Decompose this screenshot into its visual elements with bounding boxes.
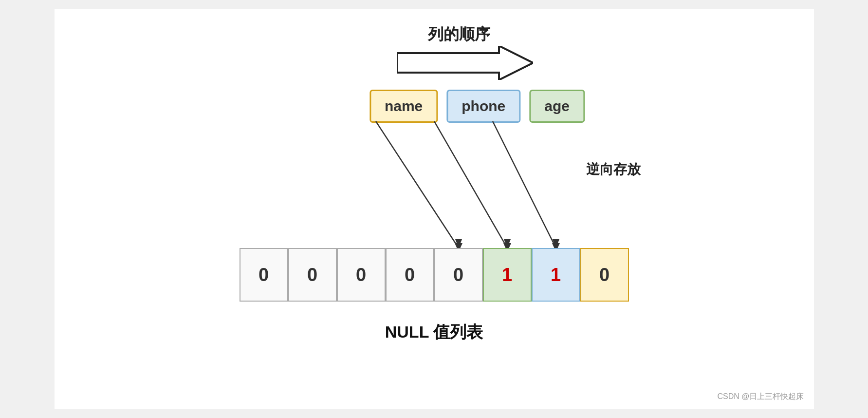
bit-cell-3: 0 [386, 248, 434, 302]
bit-cell-7: 0 [580, 248, 629, 302]
bit-cell-2: 0 [337, 248, 386, 302]
main-canvas: 列的顺序 name phone age 逆向存放 0 0 0 0 0 1 [55, 9, 814, 409]
bit-cell-4: 0 [434, 248, 483, 302]
watermark: CSDN @日上三杆快起床 [717, 392, 804, 402]
column-order-label: 列的顺序 [428, 24, 490, 45]
null-list-label: NULL 值列表 [385, 321, 483, 343]
direction-arrow [397, 46, 533, 82]
svg-marker-2 [455, 239, 462, 248]
col-box-phone: phone [446, 90, 520, 123]
svg-marker-0 [397, 46, 533, 80]
bit-cell-1: 0 [288, 248, 337, 302]
bit-cell-0: 0 [240, 248, 288, 302]
bitmap-row: 0 0 0 0 0 1 1 0 [240, 248, 629, 302]
bit-cell-5: 1 [483, 248, 532, 302]
svg-line-1 [376, 121, 459, 248]
column-boxes: name phone age [369, 90, 585, 123]
svg-line-3 [434, 121, 507, 248]
svg-line-5 [493, 121, 556, 248]
bit-cell-6: 1 [532, 248, 580, 302]
svg-marker-6 [553, 239, 559, 248]
col-box-age: age [529, 90, 585, 123]
col-box-name: name [369, 90, 438, 123]
inverse-label: 逆向存放 [586, 160, 641, 179]
svg-marker-4 [504, 239, 511, 248]
